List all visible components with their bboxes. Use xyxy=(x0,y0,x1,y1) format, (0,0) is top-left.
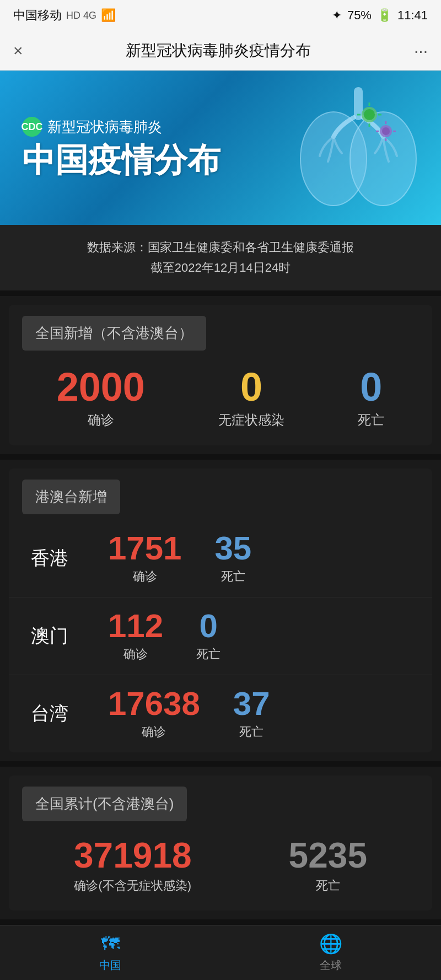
national-cumul-section: 全国累计(不含港澳台) 371918 确诊(不含无症状感染) 5235 死亡 xyxy=(9,776,432,911)
cumul-confirmed-num: 371918 xyxy=(74,838,192,873)
data-source: 数据来源：国家卫生健康委和各省卫生健康委通报 截至2022年12月14日24时 xyxy=(0,225,441,290)
national-new-stats: 2000 确诊 0 无症状感染 0 死亡 xyxy=(9,356,432,445)
carrier-label: 中国移动 xyxy=(13,7,62,24)
tw-confirmed-num: 17638 xyxy=(108,687,200,720)
global-nav-label: 全球 xyxy=(320,958,342,973)
national-new-section: 全国新增（不含港澳台） 2000 确诊 0 无症状感染 0 死亡 xyxy=(9,305,432,445)
death-number: 0 xyxy=(360,367,382,407)
tw-confirmed: 17638 确诊 xyxy=(108,687,200,740)
close-icon[interactable]: × xyxy=(13,41,23,60)
hero-cdc-label: CDC 新型冠状病毒肺炎 xyxy=(22,117,220,137)
hk-confirmed-num: 1751 xyxy=(108,532,181,565)
globe-icon: 🌐 xyxy=(319,933,342,955)
death-label: 死亡 xyxy=(358,411,384,429)
cumul-death-num: 5235 xyxy=(289,838,367,873)
cdc-label-text: 新型冠状病毒肺炎 xyxy=(47,117,162,137)
death-stat: 0 死亡 xyxy=(358,367,384,429)
tw-confirmed-label: 确诊 xyxy=(142,724,166,740)
cumul-confirmed-label: 确诊(不含无症状感染) xyxy=(74,877,191,894)
tw-death-num: 37 xyxy=(233,687,270,720)
mo-confirmed-num: 112 xyxy=(108,610,163,643)
confirmed-number: 2000 xyxy=(57,367,145,407)
hk-death: 35 死亡 xyxy=(214,532,251,585)
mo-death: 0 死亡 xyxy=(196,610,220,663)
china-map-icon: 🗺 xyxy=(101,933,120,955)
asymptomatic-label: 无症状感染 xyxy=(218,411,284,429)
china-nav-label: 中国 xyxy=(99,958,121,973)
confirmed-label: 确诊 xyxy=(88,411,114,429)
hk-stats: 1751 确诊 35 死亡 xyxy=(108,532,251,585)
status-right: ✦ 75% 🔋 11:41 xyxy=(332,8,428,23)
bottom-nav: 🗺 中国 🌐 全球 xyxy=(0,925,441,980)
data-source-line2: 截至2022年12月14日24时 xyxy=(22,257,419,278)
battery-icon: 🔋 xyxy=(377,8,392,23)
cumul-confirmed-stat: 371918 确诊(不含无症状感染) xyxy=(74,838,192,894)
svg-point-10 xyxy=(382,127,390,135)
lung-illustration xyxy=(292,82,424,214)
hk-region: 香港 xyxy=(31,546,97,571)
asymptomatic-number: 0 xyxy=(240,367,262,407)
cumul-death-label: 死亡 xyxy=(316,877,340,894)
cumul-death-stat: 5235 死亡 xyxy=(289,838,367,894)
hero-text: CDC 新型冠状病毒肺炎 中国疫情分布 xyxy=(22,117,220,179)
mo-stats: 112 确诊 0 死亡 xyxy=(108,610,220,663)
mo-confirmed: 112 确诊 xyxy=(108,610,163,663)
confirmed-stat: 2000 确诊 xyxy=(57,367,145,429)
svg-point-4 xyxy=(364,109,375,120)
asymptomatic-stat: 0 无症状感染 xyxy=(218,367,284,429)
page-title: 新型冠状病毒肺炎疫情分布 xyxy=(126,40,311,61)
more-icon[interactable]: ··· xyxy=(414,41,428,60)
mo-death-label: 死亡 xyxy=(196,646,220,663)
bluetooth-icon: ✦ xyxy=(332,8,342,23)
tw-row: 台湾 17638 确诊 37 死亡 xyxy=(9,675,432,752)
cdc-icon: CDC xyxy=(22,117,42,137)
battery-label: 75% xyxy=(347,8,372,23)
national-cumul-stats: 371918 确诊(不含无症状感染) 5235 死亡 xyxy=(9,827,432,911)
hero-main-title: 中国疫情分布 xyxy=(22,142,220,179)
tw-region: 台湾 xyxy=(31,701,97,726)
top-bar: × 新型冠状病毒肺炎疫情分布 ··· xyxy=(0,31,441,71)
hk-confirmed: 1751 确诊 xyxy=(108,532,181,585)
mo-region: 澳门 xyxy=(31,623,97,649)
hmt-new-section: 港澳台新增 香港 1751 确诊 35 死亡 澳门 112 确诊 0 死亡 xyxy=(9,469,432,752)
status-bar: 中国移动 HD 4G 📶 ✦ 75% 🔋 11:41 xyxy=(0,0,441,31)
tw-stats: 17638 确诊 37 死亡 xyxy=(108,687,270,740)
status-left: 中国移动 HD 4G 📶 xyxy=(13,7,116,24)
national-cumul-header: 全国累计(不含港澳台) xyxy=(22,787,187,821)
nav-global[interactable]: 🌐 全球 xyxy=(220,933,441,973)
nav-china[interactable]: 🗺 中国 xyxy=(0,933,220,973)
tw-death: 37 死亡 xyxy=(233,687,270,740)
hmt-new-header: 港澳台新增 xyxy=(22,480,120,514)
hero-banner: CDC 新型冠状病毒肺炎 中国疫情分布 xyxy=(0,71,441,225)
wifi-icon: 📶 xyxy=(101,8,116,23)
hk-confirmed-label: 确诊 xyxy=(133,568,157,585)
mo-death-num: 0 xyxy=(199,610,217,643)
time-label: 11:41 xyxy=(397,8,428,23)
data-source-line1: 数据来源：国家卫生健康委和各省卫生健康委通报 xyxy=(22,237,419,257)
signal-label: HD 4G xyxy=(66,10,96,21)
hk-death-num: 35 xyxy=(214,532,251,565)
tw-death-label: 死亡 xyxy=(239,724,263,740)
hk-death-label: 死亡 xyxy=(221,568,245,585)
hk-row: 香港 1751 确诊 35 死亡 xyxy=(9,520,432,597)
mo-confirmed-label: 确诊 xyxy=(123,646,148,663)
national-new-header: 全国新增（不含港澳台） xyxy=(22,316,206,351)
mo-row: 澳门 112 确诊 0 死亡 xyxy=(9,597,432,675)
